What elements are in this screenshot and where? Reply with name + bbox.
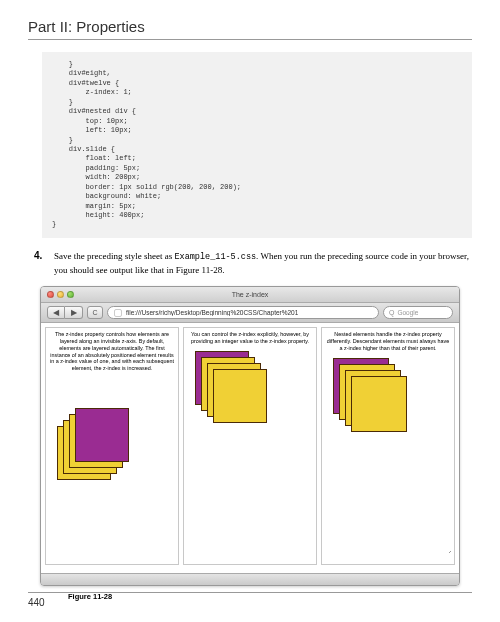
stack-3 (325, 354, 451, 474)
back-button[interactable]: ◀ (47, 306, 65, 319)
reload-button[interactable]: C (87, 306, 103, 319)
slide-text: Nested elements handle the z-index prope… (325, 331, 451, 351)
url-bar[interactable]: file:///Users/richy/Desktop/Beginning%20… (107, 306, 379, 319)
resize-handle-icon[interactable] (449, 551, 457, 559)
page-content: The z-index property controls how elemen… (41, 323, 459, 573)
search-bar[interactable]: Q Google (383, 306, 453, 319)
step-filename: Example_11-5.css (174, 252, 256, 262)
stack-1 (49, 374, 175, 494)
favicon-icon (114, 309, 122, 317)
slide-1: The z-index property controls how elemen… (45, 327, 179, 565)
instruction-step: 4. Save the preceding style sheet as Exa… (34, 250, 472, 276)
toolbar: ◀ ▶ C file:///Users/richy/Desktop/Beginn… (41, 303, 459, 323)
window-title: The z-index (41, 291, 459, 298)
code-listing: } div#eight, div#twelve { z-index: 1; } … (42, 52, 472, 238)
square (213, 369, 267, 423)
status-bar (41, 573, 459, 585)
step-text: Save the preceding style sheet as Exampl… (54, 250, 472, 276)
page-number: 440 (28, 597, 45, 608)
page-footer: 440 (28, 592, 472, 608)
search-placeholder: Google (397, 309, 418, 316)
slide-text: The z-index property controls how elemen… (49, 331, 175, 372)
square (351, 376, 407, 432)
titlebar: The z-index (41, 287, 459, 303)
slide-2: You can control the z-index explicitly, … (183, 327, 317, 565)
square (75, 408, 129, 462)
slide-3: Nested elements handle the z-index prope… (321, 327, 455, 565)
step-number: 4. (34, 250, 54, 276)
part-title: Part II: Properties (28, 18, 472, 40)
search-icon: Q (389, 309, 394, 316)
forward-button[interactable]: ▶ (65, 306, 83, 319)
url-text: file:///Users/richy/Desktop/Beginning%20… (126, 309, 298, 316)
browser-window: The z-index ◀ ▶ C file:///Users/richy/De… (40, 286, 460, 586)
slide-text: You can control the z-index explicitly, … (187, 331, 313, 345)
stack-2 (187, 347, 313, 467)
step-pre: Save the preceding style sheet as (54, 251, 174, 261)
